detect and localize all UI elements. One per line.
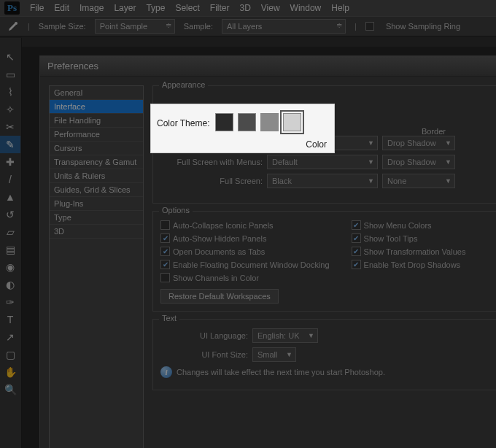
opt-right-1-label: Show Tool Tips	[364, 234, 418, 243]
eraser-tool[interactable]: ▱	[0, 223, 20, 241]
blur-tool[interactable]: ◉	[0, 258, 20, 276]
restart-note: Changes will take effect the next time y…	[177, 368, 385, 376]
menu-file[interactable]: File	[30, 3, 44, 13]
options-group: Options Auto-Collapse Iconic Panels✔Auto…	[152, 211, 496, 312]
color-theme-label: Color Theme:	[157, 118, 209, 128]
color-heading-spot: Color	[306, 139, 327, 150]
move-tool[interactable]: ↖	[0, 48, 20, 66]
show-ring-checkbox[interactable]	[365, 22, 374, 31]
opt-right-1-checkbox[interactable]: ✔	[352, 233, 361, 243]
type-tool[interactable]: T	[0, 311, 20, 328]
pref-category-general[interactable]: General	[50, 86, 143, 100]
restore-workspaces-button[interactable]: Restore Default Workspaces	[160, 289, 279, 304]
sample-select[interactable]: All Layers	[222, 19, 346, 34]
tool-panel: ↖▭⌇✧✂✎✚/▲↺▱▤◉◐✑T↗▢✋🔍	[0, 38, 22, 448]
pref-category-3d[interactable]: 3D	[50, 225, 143, 239]
ui-font-size-select[interactable]: Small▼	[252, 347, 296, 362]
opt-left-3-label: Enable Floating Document Window Docking	[173, 260, 330, 269]
opt-left-3-checkbox[interactable]: ✔	[160, 260, 170, 269]
opt-right-0-checkbox[interactable]: ✔	[352, 220, 361, 230]
text-group: Text UI Language: English: UK▼ UI Font S…	[152, 319, 496, 390]
theme-swatch-1[interactable]	[238, 113, 256, 131]
shape-tool[interactable]: ▢	[0, 346, 20, 363]
pref-category-performance[interactable]: Performance	[50, 128, 143, 142]
scrmode-border-2[interactable]: None▼	[382, 174, 455, 188]
scrmode-color-2[interactable]: Black▼	[267, 174, 378, 188]
svg-point-0	[15, 22, 18, 25]
pref-category-cursors[interactable]: Cursors	[50, 142, 143, 155]
menu-bar: Ps File Edit Image Layer Type Select Fil…	[0, 0, 496, 16]
menu-window[interactable]: Window	[290, 3, 322, 13]
opt-left-2-label: Open Documents as Tabs	[173, 247, 265, 256]
opt-left-1-label: Auto-Show Hidden Panels	[173, 234, 266, 243]
opt-left-4-checkbox[interactable]	[160, 273, 170, 282]
show-ring-label: Show Sampling Ring	[386, 22, 460, 31]
ui-font-size-label: UI Font Size:	[160, 350, 248, 359]
opt-right-3-label: Enable Text Drop Shadows	[364, 260, 461, 269]
menu-layer[interactable]: Layer	[114, 3, 136, 13]
lasso-tool[interactable]: ⌇	[0, 83, 20, 101]
zoom-tool[interactable]: 🔍	[0, 381, 20, 398]
info-icon: i	[160, 366, 172, 378]
pen-tool[interactable]: ✑	[0, 293, 20, 311]
sample-size-label: Sample Size:	[39, 22, 86, 31]
brush-tool[interactable]: /	[0, 171, 20, 188]
pref-category-guides-grid-slices[interactable]: Guides, Grid & Slices	[50, 183, 143, 197]
theme-swatch-2[interactable]	[260, 113, 279, 131]
opt-left-0-checkbox[interactable]	[160, 220, 170, 230]
wand-tool[interactable]: ✧	[0, 101, 20, 118]
ui-language-label: UI Language:	[160, 331, 248, 340]
theme-swatch-0[interactable]	[215, 113, 233, 131]
crop-tool[interactable]: ✂	[0, 118, 20, 136]
gradient-tool[interactable]: ▤	[0, 241, 20, 258]
pref-category-units-rulers[interactable]: Units & Rulers	[50, 169, 143, 183]
hand-tool[interactable]: ✋	[0, 363, 20, 381]
border-heading: Border	[379, 127, 489, 136]
ui-language-select[interactable]: English: UK▼	[252, 328, 318, 343]
scrmode-border-1[interactable]: Drop Shadow▼	[382, 155, 455, 169]
stamp-tool[interactable]: ▲	[0, 188, 20, 206]
opt-left-4-label: Show Channels in Color	[173, 274, 259, 282]
menu-filter[interactable]: Filter	[210, 3, 230, 13]
sample-size-select[interactable]: Point Sample	[95, 19, 175, 34]
eyedropper-icon	[7, 20, 19, 32]
menu-view[interactable]: View	[261, 3, 280, 13]
app-logo: Ps	[4, 1, 20, 15]
menu-type[interactable]: Type	[146, 3, 165, 13]
scrmode-label-2: Full Screen:	[160, 177, 263, 185]
opt-right-2-checkbox[interactable]: ✔	[352, 247, 361, 256]
menu-edit[interactable]: Edit	[54, 3, 69, 13]
pref-category-type[interactable]: Type	[50, 211, 143, 225]
menu-image[interactable]: Image	[80, 3, 104, 13]
opt-right-2-label: Show Transformation Values	[364, 247, 466, 256]
options-bar: | Sample Size: Point Sample Sample: All …	[0, 16, 496, 36]
sample-label: Sample:	[184, 22, 213, 31]
scrmode-border-0[interactable]: Drop Shadow▼	[382, 136, 455, 150]
opt-left-1-checkbox[interactable]: ✔	[160, 233, 170, 243]
path-select-tool[interactable]: ↗	[0, 328, 20, 346]
preferences-titlebar: Preferences	[40, 56, 496, 77]
scrmode-label-1: Full Screen with Menus:	[160, 158, 263, 166]
menu-help[interactable]: Help	[331, 3, 349, 13]
opt-left-0-label: Auto-Collapse Iconic Panels	[173, 221, 274, 230]
opt-right-3-checkbox[interactable]: ✔	[352, 260, 361, 269]
opt-right-0-label: Show Menu Colors	[364, 221, 432, 230]
pref-category-interface[interactable]: Interface	[50, 100, 143, 114]
opt-left-2-checkbox[interactable]: ✔	[160, 247, 170, 256]
menu-select[interactable]: Select	[175, 3, 199, 13]
theme-swatch-3[interactable]	[283, 113, 301, 131]
preferences-category-list: GeneralInterfaceFile HandlingPerformance…	[49, 85, 144, 448]
color-theme-spotlight: Color Theme: Color	[151, 104, 334, 152]
dodge-tool[interactable]: ◐	[0, 276, 20, 293]
heal-tool[interactable]: ✚	[0, 153, 20, 171]
eyedropper-tool[interactable]: ✎	[0, 136, 20, 153]
appearance-legend: Appearance	[159, 80, 208, 89]
pref-category-transparency-gamut[interactable]: Transparency & Gamut	[50, 155, 143, 169]
pref-category-file-handling[interactable]: File Handling	[50, 114, 143, 128]
text-legend: Text	[159, 314, 179, 323]
pref-category-plug-ins[interactable]: Plug-Ins	[50, 197, 143, 211]
marquee-tool[interactable]: ▭	[0, 66, 20, 83]
history-brush-tool[interactable]: ↺	[0, 206, 20, 223]
scrmode-color-1[interactable]: Default▼	[267, 155, 378, 169]
menu-3d[interactable]: 3D	[239, 3, 250, 13]
